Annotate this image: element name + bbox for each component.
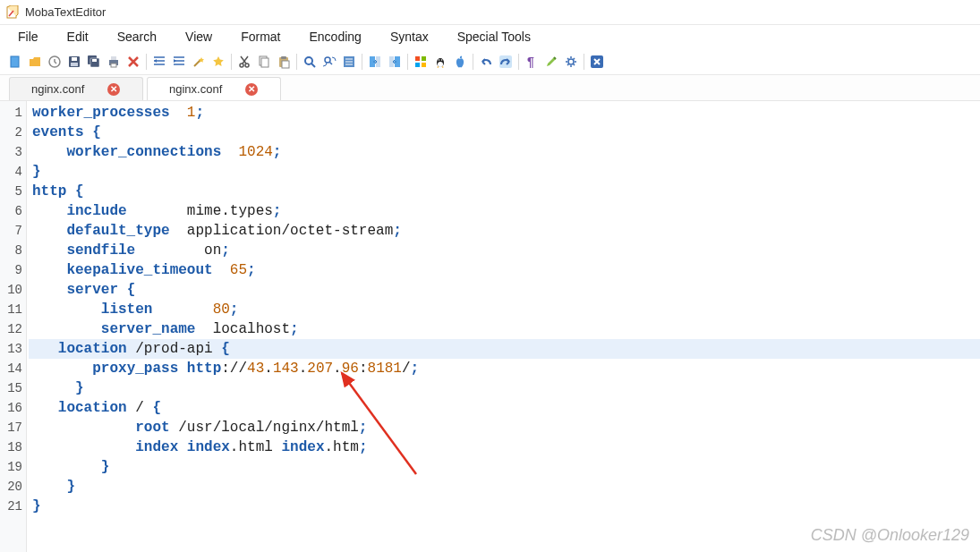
svg-point-33 [439,59,440,61]
svg-rect-12 [111,64,116,67]
menu-syntax[interactable]: Syntax [376,27,443,47]
xclose-icon[interactable] [587,52,607,72]
compare-left-icon[interactable] [385,52,405,72]
line-number: 18 [0,437,22,457]
line-number: 17 [0,418,22,437]
outdent-icon[interactable] [169,52,189,72]
line-number: 7 [0,221,22,241]
code-area[interactable]: worker_processes 1;events { worker_conne… [27,101,980,552]
code-line[interactable]: server { [29,280,980,300]
indent-icon[interactable] [149,52,169,72]
gear-icon[interactable] [561,52,581,72]
toolbar-separator [407,54,408,70]
svg-rect-9 [92,59,97,62]
cut-icon[interactable] [234,52,254,72]
line-number: 5 [0,182,22,201]
svg-rect-11 [111,56,116,60]
menu-encoding[interactable]: Encoding [294,27,375,47]
svg-rect-29 [415,63,420,67]
find-replace-icon[interactable] [320,52,339,72]
svg-rect-18 [281,56,286,59]
menu-search[interactable]: Search [103,27,171,47]
recent-icon[interactable] [45,52,64,72]
tab-nginx-conf-2[interactable]: nginx.conf ✕ [147,77,281,100]
svg-point-20 [305,57,312,64]
svg-rect-1 [11,56,19,67]
line-number: 11 [0,300,22,319]
line-number: 20 [0,477,22,497]
find-icon[interactable] [300,52,320,72]
undo-icon[interactable] [476,52,496,72]
new-file-icon[interactable] [5,52,25,72]
svg-point-13 [240,64,243,67]
tab-nginx-conf-1[interactable]: nginx.conf ✕ [9,77,143,100]
line-number: 1 [0,103,22,123]
toolbar-separator [584,54,584,70]
menu-tools[interactable]: Special Tools [443,27,545,47]
toolbar-separator [362,54,362,70]
line-number: 3 [0,142,22,162]
compare-right-icon[interactable] [365,52,385,72]
copy-icon[interactable] [254,52,274,72]
line-number: 19 [0,457,22,477]
svg-rect-19 [282,61,289,68]
menu-format[interactable]: Format [226,27,294,47]
save-all-icon[interactable] [84,52,104,72]
windows-icon[interactable] [411,52,430,72]
menu-view[interactable]: View [171,27,226,47]
code-line[interactable]: keepalive_timeout 65; [29,260,980,280]
close-icon[interactable]: ✕ [107,83,120,96]
save-icon[interactable] [64,52,84,72]
editor[interactable]: 123456789101112131415161718192021 worker… [0,101,980,552]
code-line[interactable]: include mime.types; [29,201,980,221]
code-line[interactable]: } [29,477,980,497]
line-number: 15 [0,378,22,398]
menubar: File Edit Search View Format Encoding Sy… [0,25,980,48]
list-icon[interactable] [339,52,359,72]
menu-edit[interactable]: Edit [53,27,103,47]
linux-icon[interactable] [430,52,450,72]
paragraph-icon[interactable]: ¶ [522,52,541,72]
line-number: 9 [0,260,22,280]
code-line[interactable]: events { [29,123,980,142]
redo-icon[interactable] [496,52,516,72]
code-line[interactable]: index index.html index.htm; [29,437,980,457]
close-icon[interactable]: ✕ [245,83,258,96]
code-line[interactable]: worker_processes 1; [29,103,980,123]
close-file-icon[interactable] [124,52,143,72]
tabbar: nginx.conf ✕ nginx.conf ✕ [0,75,980,100]
svg-point-35 [459,55,462,59]
pencil-icon[interactable] [541,52,561,72]
line-number: 6 [0,201,22,221]
line-number: 10 [0,280,22,300]
svg-rect-28 [422,56,426,61]
code-line[interactable]: } [29,378,980,398]
code-line[interactable]: listen 80; [29,300,980,319]
menu-file[interactable]: File [4,27,53,47]
star-icon[interactable] [209,52,228,72]
line-number: 16 [0,398,22,418]
toolbar-separator [473,54,473,70]
code-line[interactable]: http { [29,182,980,201]
print-icon[interactable] [104,52,124,72]
tab-label: nginx.conf [169,82,222,96]
line-number: 13 [0,339,22,359]
star-wand-icon[interactable] [189,52,209,72]
code-line[interactable]: } [29,497,980,516]
code-line[interactable]: } [29,457,980,477]
code-line[interactable]: root /usr/local/nginx/html; [29,418,980,437]
open-folder-icon[interactable] [25,52,45,72]
paste-icon[interactable] [274,52,294,72]
code-line[interactable]: default_type application/octet-stream; [29,221,980,241]
code-line[interactable]: location / { [29,398,980,418]
code-line[interactable]: } [29,162,980,182]
code-line[interactable]: worker_connections 1024; [29,142,980,162]
code-line[interactable]: proxy_pass http://43.143.207.96:8181/; [29,359,980,378]
code-line[interactable]: server_name localhost; [29,319,980,339]
titlebar: MobaTextEditor [0,0,980,25]
apple-icon[interactable] [450,52,470,72]
code-line[interactable]: sendfile on; [29,241,980,260]
gutter: 123456789101112131415161718192021 [0,101,27,552]
code-line[interactable]: location /prod-api { [29,339,980,359]
app-title: MobaTextEditor [25,5,106,19]
